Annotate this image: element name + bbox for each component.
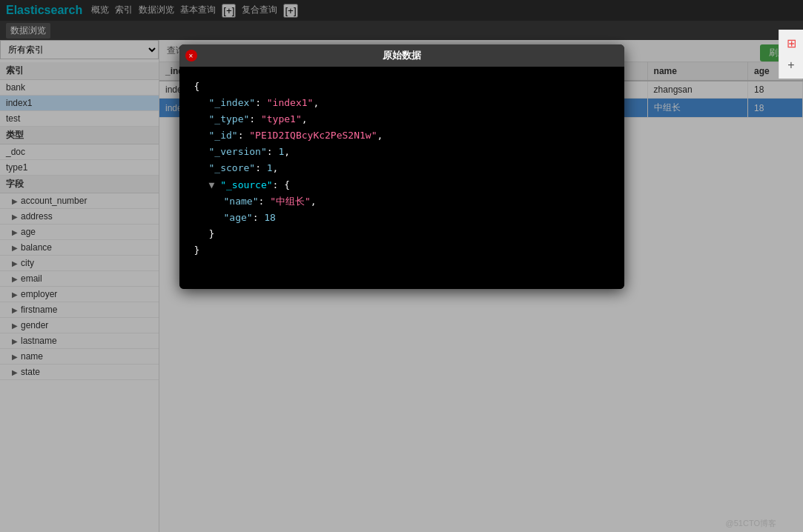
json-source-line: ▼ "_source": { bbox=[209, 177, 609, 193]
modal-close-button[interactable]: × bbox=[185, 50, 197, 61]
browser-icons: ⊞ + bbox=[779, 30, 803, 79]
modal-overlay: × 原始数据 { "_index": "index1", "_type": "t… bbox=[0, 0, 803, 532]
modal-header: × 原始数据 bbox=[179, 44, 624, 67]
json-name-line: "name": "中组长", bbox=[224, 193, 609, 210]
json-open-brace: { bbox=[194, 79, 609, 95]
json-age-line: "age": 18 bbox=[224, 210, 609, 226]
json-score-line: "_score": 1, bbox=[209, 160, 609, 176]
json-index-line: "_index": "index1", bbox=[209, 95, 609, 111]
browser-icon-plus[interactable]: + bbox=[781, 55, 802, 76]
json-source-close: } bbox=[209, 226, 609, 242]
json-type-line: "_type": "type1", bbox=[209, 111, 609, 127]
modal: × 原始数据 { "_index": "index1", "_type": "t… bbox=[179, 44, 624, 289]
watermark: @51CTO博客 bbox=[726, 518, 776, 529]
modal-title: 原始数据 bbox=[383, 49, 421, 62]
browser-icon-windows[interactable]: ⊞ bbox=[781, 33, 802, 53]
json-version-line: "_version": 1, bbox=[209, 144, 609, 160]
modal-body: { "_index": "index1", "_type": "type1", … bbox=[179, 67, 624, 289]
json-id-line: "_id": "PE1D2IQBcyKc2PeS2N1w", bbox=[209, 127, 609, 144]
json-close-brace: } bbox=[194, 242, 609, 259]
